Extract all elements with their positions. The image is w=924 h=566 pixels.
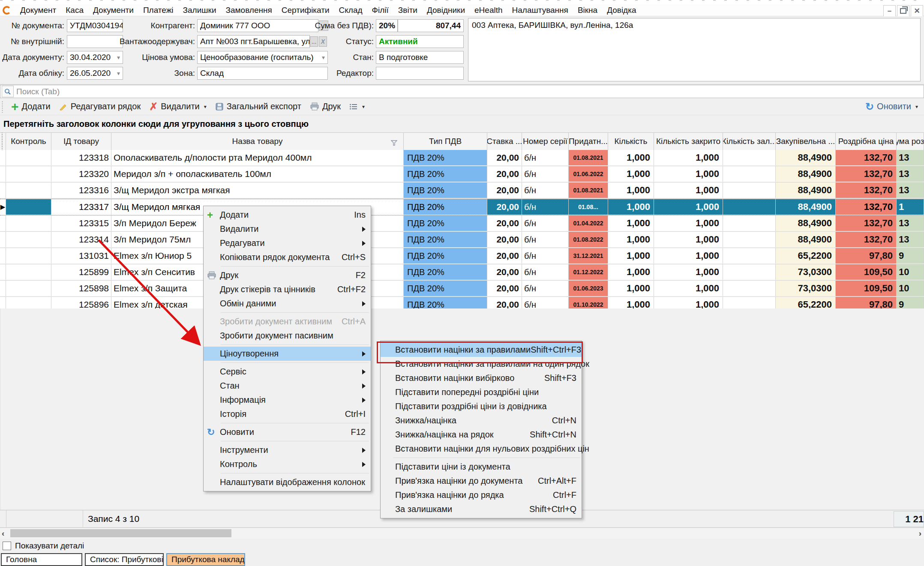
- submenu-item-substitute-retail-from-directory[interactable]: Підставити роздрібні ціни із довідника: [381, 399, 582, 413]
- row-indicator-cell: [0, 264, 6, 280]
- submenu-item-set-markup-by-rules-one-row[interactable]: Встановити націнки за правилами на один …: [381, 357, 582, 371]
- menu-stock[interactable]: Залишки: [178, 6, 221, 15]
- scroll-left-icon[interactable]: ‹: [2, 529, 4, 538]
- menu-settings[interactable]: Налаштування: [507, 6, 573, 15]
- col-expiry[interactable]: Придатн...: [569, 133, 608, 150]
- pharmacy-address-panel: 003 Аптека, БАРИШІВКА, вул.Леніна, 126а: [468, 18, 921, 81]
- refresh-button[interactable]: ↻Оновити▾: [861, 101, 924, 113]
- consignee-field[interactable]: Апт №003 пгт.Барышевка, ул.К: [197, 35, 310, 48]
- menu-ehealth[interactable]: eHealth: [470, 6, 507, 15]
- submenu-item-bind-markup-to-document[interactable]: Прив'язка націнки до документаCtrl+Alt+F: [381, 474, 582, 488]
- toolbar-grip[interactable]: [1, 101, 3, 113]
- menu-warehouse[interactable]: Склад: [334, 6, 367, 15]
- menu-orders[interactable]: Замовлення: [221, 6, 277, 15]
- menu-payments[interactable]: Платежі: [138, 6, 178, 15]
- delete-button[interactable]: ✗Видалити▾: [145, 101, 211, 113]
- tab-home[interactable]: Головна: [1, 553, 82, 566]
- menu-item-history[interactable]: ІсторіяCtrl+I: [204, 407, 371, 421]
- menu-item-refresh[interactable]: ↻ОновитиF12: [204, 425, 371, 439]
- menu-item-print-stickers[interactable]: Друк стікерів та цінниківCtrl+F2: [204, 282, 371, 296]
- menu-kasa[interactable]: Каса: [61, 6, 88, 15]
- horizontal-scrollbar[interactable]: ‹ ›: [0, 528, 924, 539]
- menu-item-pricing[interactable]: Ціноутворення: [204, 347, 371, 361]
- sum-cell: 1: [897, 199, 924, 215]
- table-row[interactable]: 131031Elmex з/п Юниор 5ПДВ 20%20,00б/н31…: [0, 248, 924, 264]
- submenu-item-discount-markup[interactable]: Знижка/націнкаCtrl+N: [381, 413, 582, 428]
- editor-field[interactable]: [376, 67, 464, 80]
- print-button[interactable]: Друк: [306, 102, 345, 111]
- col-purchase-price[interactable]: Закупівельна ...: [776, 133, 836, 150]
- table-row[interactable]: 123316З/щ Меридол экстра мягкаяПДВ 20%20…: [0, 183, 924, 199]
- scrollbar-thumb[interactable]: [10, 529, 231, 537]
- table-row[interactable]: 125899Elmex з/п СенситивПДВ 20%20,00б/н0…: [0, 264, 924, 281]
- submenu-item-substitute-prices-from-document[interactable]: Підставити ціни із документа: [381, 460, 582, 474]
- menu-item-data-exchange[interactable]: Обмін даними: [204, 296, 371, 311]
- table-row[interactable]: 123315З/п Меридол БережПДВ 20%20,00б/н01…: [0, 216, 924, 232]
- view-options-button[interactable]: ▾: [345, 103, 369, 111]
- menu-item-add[interactable]: +ДодатиIns: [204, 208, 371, 222]
- col-product-id[interactable]: ІД товару: [51, 133, 111, 150]
- chevron-down-icon[interactable]: ▾: [362, 104, 365, 110]
- menu-help[interactable]: Довідка: [602, 6, 641, 15]
- table-row[interactable]: 123320Меридол з/п + ополаскиватель 100мл…: [0, 166, 924, 183]
- minimize-button[interactable]: –: [883, 5, 896, 17]
- col-retail-price[interactable]: Роздрібна ціна: [836, 133, 897, 150]
- submenu-item-set-markup-zero-retail[interactable]: Встановити націнки для нульових роздрібн…: [381, 442, 582, 456]
- menu-branches[interactable]: Філії: [367, 6, 393, 15]
- menu-item-information[interactable]: Інформація: [204, 393, 371, 407]
- menu-item-configure-columns[interactable]: Налаштувати відображення колонок: [204, 475, 371, 489]
- menu-document[interactable]: Документ: [15, 6, 61, 15]
- submenu-item-set-markup-selective[interactable]: Встановити націнки вибірковоShift+F3: [381, 371, 582, 385]
- submenu-item-discount-markup-row[interactable]: Знижка/націнка на рядокShift+Ctrl+N: [381, 428, 582, 442]
- col-series[interactable]: Номер серії: [522, 133, 569, 150]
- menu-windows[interactable]: Вікна: [573, 6, 602, 15]
- menu-documents[interactable]: Документи: [88, 6, 138, 15]
- table-row[interactable]: 125898Elmex з/п ЗащитаПДВ 20%20,00б/н01.…: [0, 281, 924, 297]
- menu-item-edit[interactable]: Редагувати: [204, 236, 371, 250]
- menu-item-state[interactable]: Стан: [204, 379, 371, 393]
- filter-funnel-icon[interactable]: [391, 138, 397, 148]
- search-bar[interactable]: Поиск (Tab): [0, 85, 924, 98]
- col-rate[interactable]: Ставка ...: [487, 133, 522, 150]
- col-vat-type[interactable]: Тип ПДВ: [404, 133, 487, 150]
- submenu-item-substitute-previous-retail[interactable]: Підставити попередні роздрібні ціни: [381, 385, 582, 399]
- chevron-down-icon[interactable]: ▾: [915, 104, 918, 110]
- menu-item-print[interactable]: ДрукF2: [204, 268, 371, 282]
- menu-item-control[interactable]: Контроль: [204, 457, 371, 471]
- table-row-selected[interactable]: ▶123317З/щ Меридол мягкаяПДВ 20%20,00б/н…: [0, 199, 924, 216]
- submenu-item-set-markup-by-rules[interactable]: Встановити націнки за правиламиShift+Ctr…: [381, 343, 582, 357]
- menu-item-tools[interactable]: Інструменти: [204, 443, 371, 457]
- chevron-down-icon[interactable]: ▾: [204, 104, 207, 110]
- submenu-item-bind-markup-to-row[interactable]: Прив'язка націнки до рядкаCtrl+F: [381, 488, 582, 502]
- menu-item-service[interactable]: Сервіс: [204, 365, 371, 379]
- col-retail-sum[interactable]: Сума роз...: [897, 133, 924, 150]
- edit-row-button[interactable]: Редагувати рядок: [55, 102, 145, 111]
- table-row[interactable]: 123314З/п Меридол 75млПДВ 20%20,00б/н01.…: [0, 232, 924, 248]
- menu-reports[interactable]: Звіти: [393, 6, 422, 15]
- scroll-right-icon[interactable]: ›: [919, 529, 921, 538]
- restore-button[interactable]: [897, 5, 909, 17]
- show-details-checkbox[interactable]: [3, 542, 11, 550]
- contractor-field[interactable]: Доминик 777 ООО: [197, 19, 318, 32]
- menu-certificates[interactable]: Сертифікати: [277, 6, 334, 15]
- submenu-arrow-icon: [362, 462, 366, 467]
- tab-incoming-invoice[interactable]: Прибуткова накладна .: [166, 553, 245, 566]
- col-quantity[interactable]: Кількість: [608, 133, 654, 150]
- status-value: Активний: [379, 37, 418, 46]
- qty-rem-cell: [723, 199, 776, 215]
- tab-incoming-list[interactable]: Список: Прибуткові ...: [85, 553, 164, 566]
- col-quantity-rem[interactable]: Кількість зал...: [723, 133, 776, 150]
- close-button[interactable]: ✕: [911, 5, 923, 17]
- export-button[interactable]: Загальний експорт: [211, 102, 306, 111]
- menu-item-make-passive[interactable]: Зробити документ пасивним: [204, 329, 371, 343]
- col-quantity-closed[interactable]: Кількість закрито: [654, 133, 723, 150]
- menu-directories[interactable]: Довідники: [422, 6, 470, 15]
- menu-item-delete[interactable]: Видалити: [204, 222, 371, 236]
- table-row[interactable]: 123318Ополаскиватель д/полости рта Мерид…: [0, 150, 924, 166]
- sum-cell: 10: [897, 281, 924, 296]
- submenu-item-by-stock[interactable]: За залишкамиShift+Ctrl+Q: [381, 502, 582, 516]
- add-button[interactable]: +Додати: [7, 102, 55, 111]
- col-control[interactable]: Контроль: [6, 133, 51, 150]
- col-product-name[interactable]: Назва товару: [111, 133, 404, 150]
- menu-item-copy-row[interactable]: Копіювати рядок документаCtrl+S: [204, 250, 371, 264]
